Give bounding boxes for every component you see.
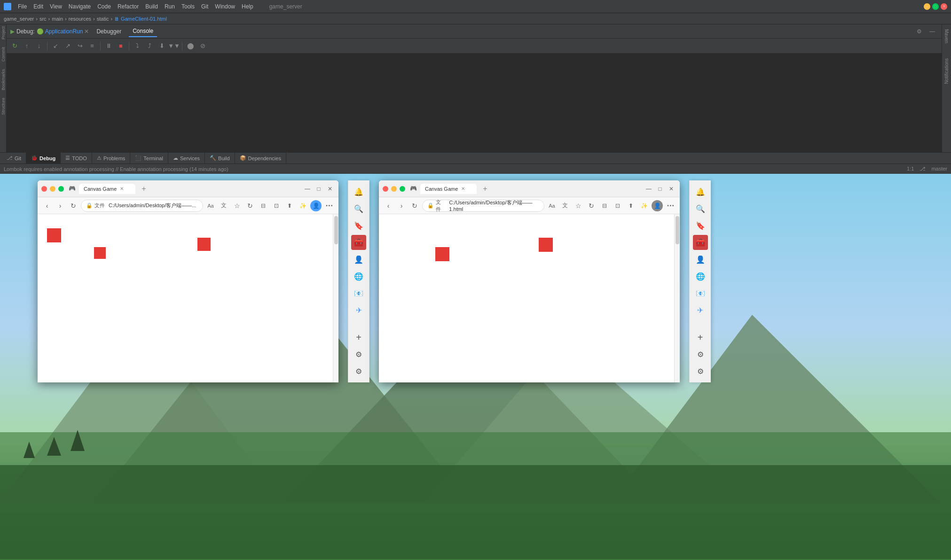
browser1-split[interactable]: ⊟: [258, 200, 269, 211]
browser1-favorites[interactable]: ☆: [231, 200, 243, 211]
browser1-tab-close[interactable]: ✕: [118, 186, 125, 192]
step-over-up[interactable]: ↑: [22, 41, 32, 51]
browser1-refresh[interactable]: ↻: [68, 200, 79, 211]
close-debug-icon[interactable]: ✕: [84, 28, 89, 35]
sidebar2-plane-icon[interactable]: ✈: [693, 303, 708, 318]
browser2-win-close[interactable]: ✕: [667, 185, 676, 193]
sidebar-plane-icon[interactable]: ✈: [351, 303, 366, 318]
tab-problems[interactable]: ⚠ Problems: [92, 153, 130, 164]
browser1-forward[interactable]: ›: [55, 200, 66, 211]
browser1-win-max[interactable]: □: [314, 185, 323, 193]
maximize-button[interactable]: □: [932, 3, 939, 10]
browser1-copilot[interactable]: ✨: [297, 200, 308, 211]
tab-git[interactable]: ⎇ Git: [2, 153, 26, 164]
tab-terminal[interactable]: ⬛ Terminal: [130, 153, 168, 164]
browser2-favorites[interactable]: ☆: [573, 200, 584, 211]
breadcrumb-project[interactable]: game_server: [4, 16, 34, 22]
browser1-maximize[interactable]: [58, 186, 64, 192]
sidebar2-bell-icon[interactable]: 🔔: [693, 184, 708, 199]
minimize-panel-icon[interactable]: —: [927, 26, 938, 37]
browser2-new-tab[interactable]: +: [479, 183, 491, 194]
sidebar-settings3-icon[interactable]: ⚙: [351, 364, 366, 379]
menu-window[interactable]: Window: [212, 2, 238, 11]
browser1-scrollbar[interactable]: [333, 214, 338, 382]
browser2-refresh[interactable]: ↻: [409, 200, 420, 211]
browser1-minimize[interactable]: [50, 186, 55, 192]
menu-edit[interactable]: Edit: [31, 2, 46, 11]
toggle-breakpoints[interactable]: ⬤: [185, 41, 196, 51]
browser2-scrollbar[interactable]: [674, 214, 680, 382]
menu-git[interactable]: Git: [198, 2, 211, 11]
browser2-refresh2[interactable]: ↻: [586, 200, 597, 211]
browser2-aa[interactable]: Aa: [546, 200, 558, 211]
step-out[interactable]: ↗: [63, 41, 73, 51]
browser2-forward[interactable]: ›: [396, 200, 407, 211]
step-into[interactable]: ↙: [50, 41, 61, 51]
browser1-close[interactable]: [41, 186, 47, 192]
browser2-win-min[interactable]: —: [644, 185, 653, 193]
cursor-position[interactable]: 1:1: [907, 166, 914, 172]
tab-debugger[interactable]: Debugger: [93, 26, 125, 37]
git-branch-name[interactable]: master: [931, 166, 947, 172]
close-button[interactable]: ✕: [941, 3, 947, 10]
browser1-win-close[interactable]: ✕: [325, 185, 335, 193]
stop-button[interactable]: ■: [116, 41, 126, 51]
tab-build[interactable]: 🔨 Build: [205, 153, 235, 164]
minimize-button[interactable]: —: [924, 3, 930, 10]
breadcrumb-src[interactable]: src: [39, 16, 47, 22]
step-into-method[interactable]: ⤴: [144, 41, 155, 51]
step-over-down[interactable]: ↓: [34, 41, 44, 51]
browser2-split[interactable]: ⊟: [599, 200, 610, 211]
browser1-more[interactable]: ⋯: [323, 200, 335, 211]
browser1-refresh2[interactable]: ↻: [244, 200, 256, 211]
notifications-panel-label[interactable]: Notifications: [944, 55, 949, 86]
browser2-share[interactable]: ⬆: [625, 200, 637, 211]
sidebar2-bookmark-icon[interactable]: 🔖: [693, 218, 708, 233]
menu-run[interactable]: Run: [162, 2, 178, 11]
panel-label-structure[interactable]: Structure: [1, 98, 6, 115]
menu-build[interactable]: Build: [142, 2, 161, 11]
browser2-maximize[interactable]: [400, 186, 405, 192]
menu-navigate[interactable]: Navigate: [66, 2, 94, 11]
smart-step-into[interactable]: ▼▼: [169, 41, 179, 51]
menu-help[interactable]: Help: [239, 2, 256, 11]
browser2-profile[interactable]: 👤: [652, 200, 663, 211]
tab-debug[interactable]: 🐞 Debug: [26, 153, 61, 164]
browser2-win-max[interactable]: □: [655, 185, 665, 193]
sidebar-bookmark-icon[interactable]: 🔖: [351, 218, 366, 233]
browser2-close[interactable]: [383, 186, 388, 192]
browser2-tab-close[interactable]: ✕: [460, 186, 466, 192]
panel-label-project[interactable]: Project: [1, 26, 6, 39]
breadcrumb-static[interactable]: static: [97, 16, 109, 22]
sidebar-mail-icon[interactable]: 📧: [351, 286, 366, 301]
step-over-icon[interactable]: ⤵: [132, 41, 142, 51]
browser1-new-tab[interactable]: +: [138, 183, 149, 194]
sidebar-tools-icon[interactable]: 🧰: [351, 235, 366, 250]
tab-services[interactable]: ☁ Services: [168, 153, 205, 164]
browser2-translate[interactable]: 文: [559, 200, 571, 211]
sidebar2-tools-icon[interactable]: 🧰: [693, 235, 708, 250]
browser2-immersive[interactable]: ⊡: [612, 200, 623, 211]
tab-todo[interactable]: ☰ TODO: [61, 153, 92, 164]
sidebar-user-icon[interactable]: 👤: [351, 252, 366, 267]
menu-view[interactable]: View: [47, 2, 65, 11]
sidebar-bell-icon[interactable]: 🔔: [351, 184, 366, 199]
maven-panel-label[interactable]: Maven: [944, 26, 949, 46]
browser1-back[interactable]: ‹: [41, 200, 53, 211]
settings-icon[interactable]: ⚙: [913, 26, 925, 37]
sidebar-plus-icon[interactable]: +: [351, 330, 366, 345]
browser1-scrollbar-thumb[interactable]: [334, 216, 338, 244]
browser2-address-bar[interactable]: 🔒 文件 C:/Users/admin/Desktop/客户端——1.html: [422, 200, 544, 212]
panel-label-bookmarks[interactable]: Bookmarks: [1, 69, 6, 90]
browser2-minimize[interactable]: [391, 186, 397, 192]
browser1-win-min[interactable]: —: [303, 185, 312, 193]
sidebar2-settings2-icon[interactable]: ⚙: [693, 347, 708, 362]
browser2-tab[interactable]: Canvas Game ✕: [420, 184, 477, 194]
sidebar2-globe-icon[interactable]: 🌐: [693, 269, 708, 284]
force-step-into[interactable]: ⬇: [157, 41, 167, 51]
sidebar-globe-icon[interactable]: 🌐: [351, 269, 366, 284]
browser1-translate[interactable]: 文: [218, 200, 229, 211]
pause-button[interactable]: ⏸: [103, 41, 114, 51]
debug-run-config[interactable]: 🟢 ApplicationRun ✕: [37, 28, 89, 35]
sidebar2-plus-icon[interactable]: +: [693, 330, 708, 345]
